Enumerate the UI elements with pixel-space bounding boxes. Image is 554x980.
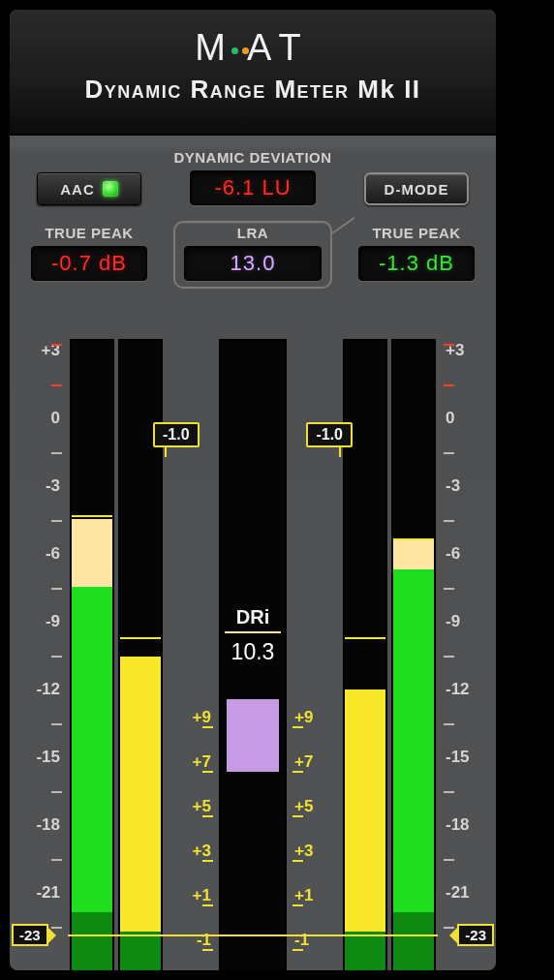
scale-minor-tick (51, 452, 62, 454)
inner-scale-tick: -1 (165, 931, 211, 950)
d-mode-button[interactable]: D-MODE (364, 172, 469, 205)
reference-flag-left: -23 (12, 924, 48, 946)
scale-right: +30-3-6-9-12-15-18-21 (444, 339, 490, 970)
scale-tick: -3 (15, 476, 62, 496)
scale-minor-tick (51, 723, 62, 725)
meters-area: +30-3-6-9-12-15-18-21 +30-3-6-9-12-15-18… (10, 339, 496, 970)
inner-scale-tick: +3 (294, 842, 341, 861)
true-peak-right-display: -1.3 dB (358, 246, 475, 281)
scale-tick: -3 (444, 476, 490, 496)
scale-minor-tick (51, 588, 62, 590)
scale-tick: -18 (15, 815, 62, 835)
scale-tick: -21 (15, 883, 62, 903)
bar-seg (345, 689, 385, 932)
product-title: Dynamic Range Meter Mk II (10, 75, 496, 105)
scale-tick: -15 (444, 748, 490, 767)
subtitle-a: Dynamic Range Meter (84, 75, 357, 104)
inner-scale-dash (292, 860, 303, 862)
scale-minor-tick (444, 344, 454, 346)
scale-minor-tick (444, 452, 454, 454)
scale-tick: -18 (444, 815, 490, 835)
inner-scale-tick: +7 (165, 752, 211, 772)
peak-flag-left: -1.0 (153, 422, 200, 447)
scale-minor-tick (444, 859, 454, 861)
dri-value: 10.3 (219, 639, 287, 665)
scale-tick: -21 (444, 883, 490, 903)
scale-tick: -9 (15, 612, 62, 631)
bar-seg (72, 587, 112, 912)
scale-minor-tick (51, 344, 62, 346)
scale-minor-tick (444, 791, 454, 793)
aac-led-icon (103, 181, 118, 197)
meter-left-outer (70, 339, 114, 970)
bar-seg (120, 932, 161, 970)
inner-scale-tick: +5 (165, 797, 211, 816)
inner-scale-tick: +5 (294, 797, 341, 816)
reference-line (68, 934, 438, 936)
dri-underline (225, 631, 281, 633)
d-mode-button-label: D-MODE (385, 181, 449, 198)
scale-minor-tick (444, 520, 454, 522)
reference-flag-right: -23 (457, 924, 494, 946)
bar-seg (393, 540, 434, 569)
dri-label: DRi (219, 606, 287, 628)
lra-display: 13.0 (184, 246, 322, 281)
aac-button[interactable]: AAC (37, 172, 141, 205)
header: MAT Dynamic Range Meter Mk II (10, 10, 496, 136)
bar-seg (393, 912, 434, 970)
bar-seg (393, 569, 434, 912)
inner-scale-dash (202, 904, 213, 906)
peak-line (393, 538, 434, 540)
inner-scale-tick: +9 (165, 708, 211, 727)
scale-minor-tick (444, 723, 454, 725)
scale-minor-tick (51, 656, 62, 658)
inner-scale-dash (202, 771, 213, 773)
flag-tail (339, 445, 341, 457)
inner-scale-dash (292, 771, 303, 773)
true-peak-right-label: TRUE PEAK (364, 225, 469, 241)
inner-scale-dash (202, 949, 213, 951)
peak-flag-right: -1.0 (306, 422, 353, 447)
inner-scale-tick: +9 (294, 708, 341, 727)
inner-scale-dash (292, 815, 303, 817)
aac-button-label: AAC (60, 181, 95, 198)
inner-scale-dash (202, 726, 213, 728)
scale-minor-tick (444, 588, 454, 590)
scale-tick: 0 (15, 409, 62, 428)
dynamic-deviation-display: -6.1 LU (190, 170, 316, 205)
inner-scale-tick: +1 (294, 886, 341, 905)
peak-line (120, 637, 161, 639)
inner-scale-dash (292, 949, 303, 951)
scale-tick: -6 (444, 544, 490, 564)
inner-scale-tick: +3 (165, 842, 211, 861)
scale-minor-tick (51, 384, 62, 386)
meter-right-outer (391, 339, 436, 970)
inner-scale-dash (292, 726, 303, 728)
brand-logo: MAT (10, 27, 496, 69)
inner-scale-tick: +1 (165, 886, 211, 905)
bar-seg (120, 657, 161, 932)
lra-block (227, 699, 279, 772)
inner-scale-tick: +7 (294, 752, 341, 772)
inner-scale-dash (202, 860, 213, 862)
peak-line (72, 515, 112, 517)
scale-minor-tick (51, 859, 62, 861)
scale-tick: 0 (444, 409, 490, 428)
flag-tail (165, 445, 167, 457)
inner-scale-dash (202, 815, 213, 817)
inner-scale-dash (292, 904, 303, 906)
peak-line (345, 637, 385, 639)
inner-scale-tick: -1 (294, 931, 341, 950)
scale-tick: -6 (15, 544, 62, 564)
scale-tick: -15 (15, 748, 62, 767)
bar-seg (72, 519, 112, 587)
scale-minor-tick (51, 791, 62, 793)
scale-tick: -12 (15, 680, 62, 699)
bar-seg (72, 912, 112, 970)
subtitle-b: Mk II (357, 75, 420, 104)
dynamic-deviation-label: DYNAMIC DEVIATION (10, 149, 496, 166)
scale-minor-tick (51, 520, 62, 522)
scale-left: +30-3-6-9-12-15-18-21 (15, 339, 62, 970)
plugin-window: MAT Dynamic Range Meter Mk II DYNAMIC DE… (10, 10, 496, 970)
scale-minor-tick (444, 656, 454, 658)
